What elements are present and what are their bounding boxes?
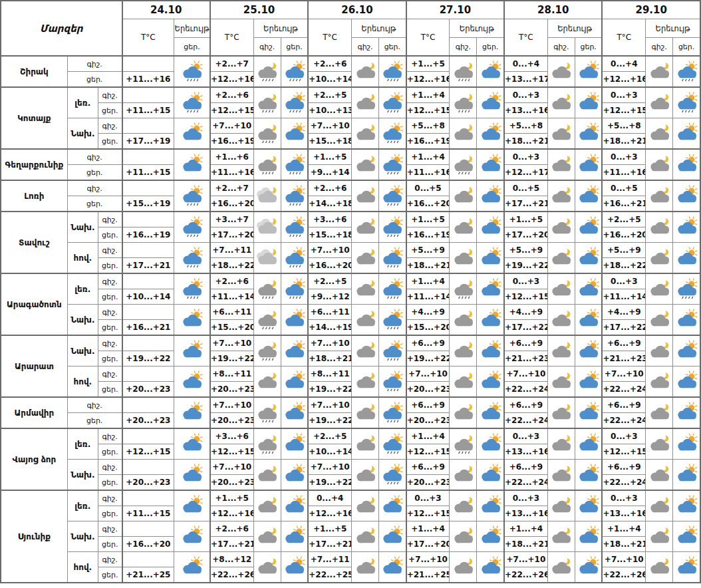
- night-row-label: գիշ.: [98, 243, 122, 258]
- day-temp: +12...+15: [602, 444, 645, 460]
- day-temp: +20...+23: [122, 382, 174, 398]
- night-temp: +2...+6: [210, 273, 253, 289]
- day-temp: +15...+19: [122, 196, 174, 212]
- zone-label: Նախ.: [67, 521, 98, 552]
- day-weather-cell: [379, 212, 406, 243]
- sun-cloud-icon: [380, 495, 404, 517]
- night-weather-cell: [351, 243, 378, 274]
- day-temp: +21...+23: [602, 351, 645, 367]
- sun-cloud-icon: [282, 370, 307, 392]
- day-temp: +22...+24: [602, 413, 645, 429]
- moon-cloud-rain-icon: [451, 278, 476, 300]
- sun-cloud-icon: [180, 340, 204, 362]
- night-temp: +7...+10: [308, 118, 351, 134]
- night-weather-cell: [351, 149, 378, 180]
- sun-cloud-icon: [478, 122, 503, 144]
- night-weather-cell: [646, 180, 673, 212]
- night-weather-cell: [646, 149, 673, 180]
- sun-cloud-icon: [478, 495, 503, 517]
- sun-cloud-icon: [282, 309, 307, 331]
- region-name: Վայոց ձոր: [1, 428, 67, 490]
- night-temp: [122, 118, 174, 134]
- moon-cloud-icon: [255, 464, 279, 486]
- day-weather-cell: [174, 305, 210, 336]
- night-weather-cell: [547, 428, 575, 460]
- day-weather-cell: [281, 149, 308, 180]
- day-weather-cell: [379, 87, 406, 118]
- moon-cloud-icon: [647, 370, 672, 392]
- sun-cloud-icon: [674, 122, 699, 144]
- night-temp: [122, 335, 174, 351]
- night-temp: +7...+10: [308, 335, 351, 351]
- sun-cloud-icon: [674, 525, 699, 547]
- night-weather-cell: [253, 552, 281, 583]
- night-weather-cell: [450, 305, 477, 336]
- moon-cloud-icon: [549, 340, 573, 362]
- night-row-label: գիշ.: [98, 552, 122, 567]
- day-temp: +16...+21: [602, 196, 645, 212]
- moon-cloud-icon: [549, 278, 573, 300]
- night-weather-cell: [547, 87, 575, 118]
- sun-cloud-icon: [576, 122, 601, 144]
- sun-cloud-rain-icon: [380, 309, 404, 331]
- day-temp: +19...+22: [308, 475, 351, 491]
- night-temp: +5...+8: [406, 118, 450, 134]
- night-weather-cell: [253, 243, 281, 274]
- day-weather-cell: [379, 149, 406, 180]
- day-row-label: ցեր.: [98, 258, 122, 274]
- day-temp: +12...+15: [122, 444, 174, 460]
- day-temp: +10...+14: [122, 289, 174, 305]
- sun-cloud-icon: [478, 92, 503, 114]
- sun-cloud-icon: [180, 122, 204, 144]
- sun-cloud-icon: [282, 556, 307, 578]
- day-temp: +18...+21: [504, 134, 547, 150]
- night-row-label: գիշ.: [98, 521, 122, 537]
- day-temp: +10...+14: [308, 72, 351, 88]
- night-weather-cell: [351, 273, 378, 305]
- moon-cloud-icon: [255, 525, 279, 547]
- night-weather-cell: [351, 552, 378, 583]
- day-weather-cell: [575, 305, 602, 336]
- night-temp: +7...+10: [308, 397, 351, 413]
- day-weather-cell: [673, 87, 700, 118]
- day-temp: +21...+23: [504, 351, 547, 367]
- night-temp: +1...+4: [406, 428, 450, 444]
- night-temp: [122, 149, 174, 165]
- day-temp: +21...+25: [122, 567, 174, 583]
- phenomenon-header: Երեւույթ: [547, 19, 602, 38]
- day-row-label: ցեր.: [67, 165, 122, 181]
- night-temp: +6...+11: [210, 305, 253, 320]
- moon-clouds-icon: [255, 216, 279, 238]
- date-header: 26.10: [308, 1, 406, 19]
- sun-cloud-icon: [180, 370, 204, 392]
- day-temp: +10...+14: [308, 444, 351, 460]
- sun-cloud-rain-icon: [180, 61, 204, 82]
- night-weather-cell: [646, 335, 673, 367]
- moon-cloud-icon: [451, 185, 476, 207]
- moon-cloud-icon: [353, 92, 378, 114]
- moon-cloud-rain-icon: [451, 61, 476, 82]
- night-weather-cell: [450, 56, 477, 87]
- night-temp: +7...+10: [210, 397, 253, 413]
- sun-cloud-rain-icon: [380, 122, 404, 144]
- day-temp: +16...+20: [602, 227, 645, 243]
- night-weather-cell: [253, 521, 281, 552]
- night-weather-cell: [351, 212, 378, 243]
- sun-cloud-rain-icon: [380, 92, 404, 114]
- region-name: Սյունիք: [1, 490, 67, 583]
- sun-cloud-rain-icon: [282, 216, 307, 238]
- sun-cloud-icon: [576, 556, 601, 578]
- night-temp: [122, 397, 174, 413]
- night-temp: [122, 87, 174, 103]
- day-weather-cell: [575, 367, 602, 398]
- sun-cloud-rain-icon: [282, 154, 307, 176]
- day-weather-cell: [477, 490, 504, 521]
- night-weather-cell: [253, 397, 281, 428]
- sun-cloud-rain-icon: [674, 61, 699, 82]
- day-temp: +20...+23: [406, 475, 450, 491]
- night-weather-cell: [646, 87, 673, 118]
- day-temp: +16...+20: [308, 258, 351, 274]
- phenomenon-header: Երեւույթ: [253, 19, 308, 38]
- day-temp: +13...+16: [504, 103, 547, 118]
- night-weather-cell: [351, 428, 378, 460]
